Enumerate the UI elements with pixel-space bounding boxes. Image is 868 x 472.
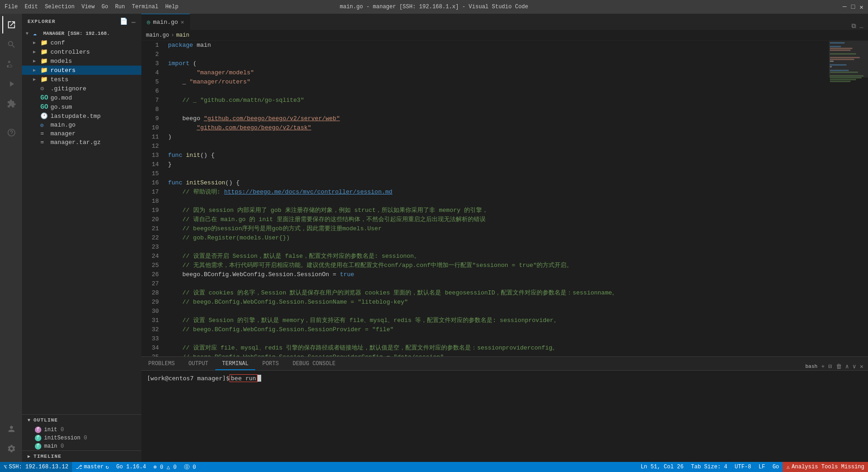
new-file-icon[interactable]: 📄 [120,17,128,25]
remote-icon: ⌥ [4,464,7,471]
sidebar-item-manager-tar[interactable]: ▶ = manager.tar.gz [22,138,141,147]
outline-item-initSession[interactable]: f initSession 0 [22,434,141,442]
search-activity-icon[interactable] [2,36,20,53]
terminal-prompt: [work@centos7 manager]$ [147,375,230,382]
menu-view[interactable]: View [81,4,95,10]
terminal-delete-icon[interactable]: 🗑 [836,363,842,370]
outline-item-init[interactable]: f init 0 [22,426,141,434]
tab-problems[interactable]: PROBLEMS [141,358,182,370]
settings-activity-icon[interactable] [2,440,20,457]
code-line-23 [168,243,823,252]
explorer-activity-icon[interactable] [2,16,20,33]
code-line-4: "manager/models" [168,68,823,78]
code-line-28: // 设置 cookies 的名字，Session 默认是保存在用户的浏览器 c… [168,289,823,298]
sidebar-item-routers[interactable]: ▶ 📁 routers [22,66,141,75]
close-button[interactable]: ✕ [860,3,863,11]
sidebar-item-controllers[interactable]: ▶ 📁 controllers [22,47,141,56]
tab-close-icon[interactable]: ✕ [181,19,184,26]
code-line-16: func initSession() { [168,178,823,188]
status-gopath[interactable]: ⓪ 0 [180,462,200,472]
terminal-expand-icon[interactable]: ∨ [852,363,856,370]
menu-selection[interactable]: Selection [45,4,75,10]
branch-icon: ⎇ [76,464,82,471]
terminal-split-icon[interactable]: ⊟ [829,363,832,370]
tab-output[interactable]: OUTPUT [182,358,215,370]
more-actions-icon[interactable]: … [132,17,136,25]
panel-tabs: PROBLEMS OUTPUT TERMINAL PORTS DEBUG CON… [141,357,868,371]
menu-help[interactable]: Help [165,4,179,10]
code-editor[interactable]: 12345 678910 1112131415 1617181920 21222… [141,41,827,356]
outline-header[interactable]: ▼ OUTLINE [22,415,141,426]
cursor-pos-label: Ln 51, Col 26 [641,464,684,470]
menu-terminal[interactable]: Terminal [132,4,158,10]
editor-tab-maingo[interactable]: ◎ main.go ✕ [141,14,190,30]
gosum-icon: GO [40,103,49,111]
more-tab-actions-icon[interactable]: … [860,22,863,30]
status-errors[interactable]: ⊗ 0 △ 0 [150,462,180,472]
source-control-activity-icon[interactable] [2,56,20,73]
code-line-26: beego.BConfig.WebConfig.Session.SessionO… [168,270,823,279]
sidebar-item-maingo[interactable]: ▶ ◎ main.go [22,121,141,129]
manager-root[interactable]: ▼ ☁ MANAGER [SSH: 192.168. [22,29,141,38]
breadcrumb-file[interactable]: main.go [146,32,169,39]
file-tree: ▼ ☁ MANAGER [SSH: 192.168. ▶ 📁 conf ▶ 📁 … [22,29,141,414]
outline-main-label: main 0 [44,443,64,450]
panel-right-icons: bash + ⊟ 🗑 ∧ ∨ ✕ [801,363,868,370]
menu-run[interactable]: Run [115,4,125,10]
status-go-version[interactable]: Go 1.16.4 [112,462,150,472]
sidebar-item-gomod[interactable]: ▶ GO go.mod [22,93,141,102]
status-right: Ln 51, Col 26 Tab Size: 4 UTF-8 LF Go ⚠ … [637,462,868,472]
run-activity-icon[interactable] [2,75,20,93]
sidebar-item-lastupdate[interactable]: ▶ 🕐 lastupdate.tmp [22,111,141,121]
panel-close-icon[interactable]: ✕ [860,363,863,370]
panel-content[interactable]: [work@centos7 manager]$ bee run [141,371,868,462]
controllers-arrow: ▶ [33,49,40,55]
status-tab-size[interactable]: Tab Size: 4 [687,462,731,472]
outline-item-main[interactable]: f main 0 [22,442,141,450]
gopath-label: ⓪ 0 [184,463,196,471]
code-line-7: // _ "github.com/mattn/go-sqlite3" [168,96,823,105]
sidebar-item-tests[interactable]: ▶ 📁 tests [22,75,141,84]
sidebar-item-manager[interactable]: ▶ = manager [22,129,141,138]
terminal-command: bee run [230,374,258,382]
status-cursor-pos[interactable]: Ln 51, Col 26 [637,462,688,472]
remote-activity-icon[interactable] [2,124,20,141]
minimize-button[interactable]: ─ [843,3,846,11]
terminal-new-icon[interactable]: + [821,363,825,370]
menu-edit[interactable]: Edit [25,4,38,10]
sidebar-item-models[interactable]: ▶ 📁 models [22,56,141,66]
tab-terminal[interactable]: TERMINAL [215,358,256,370]
maximize-button[interactable]: □ [851,3,855,11]
status-language[interactable]: Go [769,462,783,472]
tab-ports[interactable]: PORTS [255,358,286,370]
status-encoding[interactable]: UTF-8 [731,462,755,472]
models-folder-icon: 📁 [40,57,49,65]
sidebar-item-conf[interactable]: ▶ 📁 conf [22,38,141,47]
code-line-8 [168,105,823,114]
code-line-3: import ( [168,59,823,68]
menu-file[interactable]: File [5,4,18,10]
tab-debug-console[interactable]: DEBUG CONSOLE [286,358,342,370]
outline-main-num: 0 [61,443,64,450]
status-line-ending[interactable]: LF [755,462,769,472]
account-activity-icon[interactable] [2,420,20,438]
outline-init-icon: f [35,427,41,433]
status-analysis-tools[interactable]: ⚠ Analysis Tools Missing [783,462,868,472]
code-line-35: // beego.BConfig.WebConfig.Session.Sessi… [168,353,823,356]
sidebar-item-gosum-label: go.sum [50,104,72,111]
status-remote[interactable]: ⌥ SSH: 192.168.13.12 [0,462,72,472]
sidebar-item-manager-tar-label: manager.tar.gz [50,139,101,146]
menu-go[interactable]: Go [101,4,108,10]
tab-right-icons: ⧉ … [847,22,868,30]
status-branch[interactable]: ⎇ master ↻ [72,462,112,472]
sidebar-item-gitignore[interactable]: ▶ ⚙ .gitignore [22,84,141,93]
terminal-collapse-icon[interactable]: ∧ [846,363,849,370]
split-editor-icon[interactable]: ⧉ [851,22,856,30]
manager-file-icon: = [40,130,49,137]
code-content[interactable]: package main import ( "manager/models" _… [164,41,827,356]
minimap [827,41,868,356]
extensions-activity-icon[interactable] [2,95,20,112]
sidebar-item-gosum[interactable]: ▶ GO go.sum [22,102,141,111]
timeline-header[interactable]: ▶ TIMELINE [22,451,141,462]
breadcrumb-symbol[interactable]: main [176,32,190,39]
